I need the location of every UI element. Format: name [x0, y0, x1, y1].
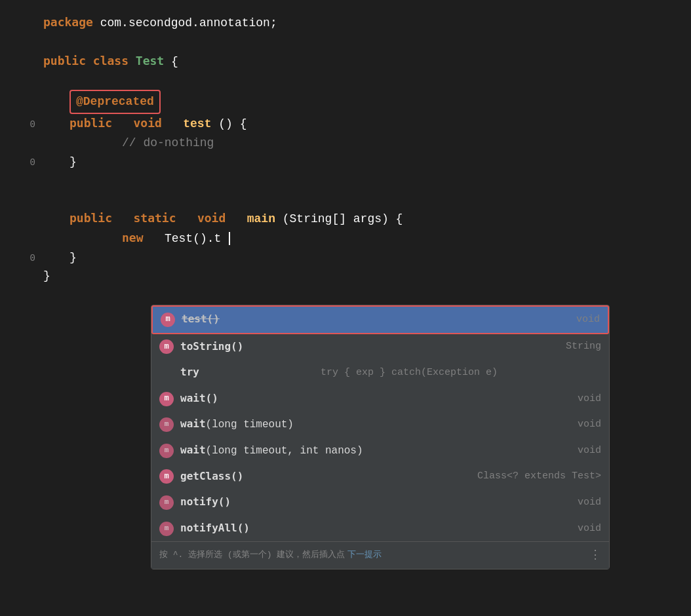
- kw-void-main: void: [197, 211, 226, 225]
- text-cursor: [229, 232, 230, 245]
- ac-type-notifyall: void: [578, 521, 601, 537]
- kw-new: new: [122, 231, 144, 244]
- ac-footer-more-button[interactable]: ⋮: [589, 546, 601, 565]
- method-main-name: main: [247, 212, 275, 225]
- ac-type-test: void: [576, 312, 600, 328]
- method-test-params: () {: [218, 117, 247, 130]
- ac-icon-tostring: m: [159, 339, 174, 354]
- gutter-close-main: 0: [20, 251, 35, 265]
- ac-item-test[interactable]: m test() void: [151, 305, 609, 334]
- ac-footer-next-hint[interactable]: 下一提示: [347, 549, 382, 562]
- ac-item-getclass[interactable]: m getClass() Class<? extends Test>: [151, 464, 609, 490]
- ac-icon-notify: m: [159, 495, 174, 510]
- ac-icon-wait2: m: [159, 417, 174, 432]
- brace-close-test: }: [69, 155, 77, 168]
- line-class-decl: public class Test {: [20, 52, 671, 71]
- ac-type-getclass: Class<? extends Test>: [477, 469, 601, 484]
- line-blank-1: [20, 33, 671, 52]
- ac-icon-wait1: m: [159, 392, 174, 406]
- ac-name-notify: notify(): [180, 493, 578, 512]
- ac-snippet-try: try { exp } catch(Exception e): [321, 365, 601, 381]
- ac-name-getclass: getClass(): [180, 468, 477, 486]
- line-blank-2: [20, 71, 671, 90]
- autocomplete-dropdown: m test() void m toString() String try tr…: [151, 305, 610, 569]
- ac-item-wait2[interactable]: m wait(long timeout) void: [151, 412, 609, 438]
- line-close-class: }: [20, 267, 671, 286]
- ac-name-wait2: wait(long timeout): [180, 415, 578, 434]
- ac-name-wait3: wait(long timeout, int nanos): [180, 442, 578, 460]
- ac-item-wait1[interactable]: m wait() void: [151, 386, 609, 412]
- line-blank-3: [20, 171, 671, 190]
- method-main-params: (String[] args) {: [283, 212, 403, 225]
- ac-icon-notifyall: m: [159, 522, 174, 536]
- ac-footer-text: 按 ^. 选择所选 (或第一个) 建议，然后插入点: [159, 549, 345, 562]
- ac-item-tostring[interactable]: m toString() String: [151, 334, 609, 360]
- line-comment: // do-nothing: [20, 134, 671, 153]
- comment-text: // do-nothing: [122, 136, 214, 149]
- keyword-class: class: [93, 52, 128, 71]
- brace-close-main: }: [69, 251, 77, 264]
- ac-icon-getclass: m: [159, 469, 174, 484]
- class-open-brace: {: [164, 52, 178, 71]
- ac-name-notifyall: notifyAll(): [180, 520, 578, 538]
- line-deprecated: @Deprecated: [20, 90, 671, 114]
- line-close-test: 0 }: [20, 153, 671, 172]
- ac-name-tostring: toString(): [180, 338, 566, 356]
- ac-name-test: test(): [182, 311, 576, 329]
- method-test-name: test: [183, 117, 211, 130]
- ac-type-tostring: String: [566, 339, 601, 355]
- keyword-public-class: public: [43, 52, 86, 71]
- class-name: Test: [136, 52, 164, 71]
- kw-public: public: [69, 116, 112, 130]
- ac-type-wait3: void: [578, 443, 601, 459]
- line-test-method: 0 public void test () {: [20, 114, 671, 134]
- ac-item-notify[interactable]: m notify() void: [151, 490, 609, 516]
- ac-name-wait1: wait(): [180, 390, 578, 408]
- kw-public-main: public: [69, 211, 112, 225]
- gutter-test: 0: [20, 117, 35, 132]
- ac-name-try: try: [180, 364, 321, 382]
- line-1: package com.secondgod.annotation;: [20, 13, 671, 33]
- ac-item-wait3[interactable]: m wait(long timeout, int nanos) void: [151, 438, 609, 464]
- line-new-test: new Test().t: [20, 229, 671, 248]
- ac-type-notify: void: [578, 495, 601, 510]
- ac-type-wait2: void: [578, 417, 601, 433]
- deprecated-annotation: @Deprecated: [69, 90, 161, 114]
- ac-icon-test: m: [161, 313, 175, 327]
- kw-static: static: [133, 211, 176, 225]
- brace-close-class: }: [43, 267, 50, 286]
- line-close-main: 0 }: [20, 248, 671, 267]
- code-editor: package com.secondgod.annotation; public…: [0, 0, 691, 299]
- ac-item-notifyall[interactable]: m notifyAll() void: [151, 516, 609, 542]
- keyword-package: package: [43, 13, 93, 32]
- new-test-expr: Test().t: [165, 232, 221, 245]
- ac-footer: 按 ^. 选择所选 (或第一个) 建议，然后插入点 下一提示 ⋮: [151, 541, 609, 569]
- package-name: com.secondgod.annotation;: [100, 14, 277, 33]
- line-main-method: public static void main (String[] args) …: [20, 209, 671, 229]
- ac-item-try[interactable]: try try { exp } catch(Exception e): [151, 360, 609, 386]
- ac-type-wait1: void: [578, 391, 601, 407]
- gutter-close: 0: [20, 155, 35, 170]
- line-blank-4: [20, 190, 671, 209]
- ac-icon-wait3: m: [159, 444, 174, 458]
- kw-void: void: [133, 116, 161, 130]
